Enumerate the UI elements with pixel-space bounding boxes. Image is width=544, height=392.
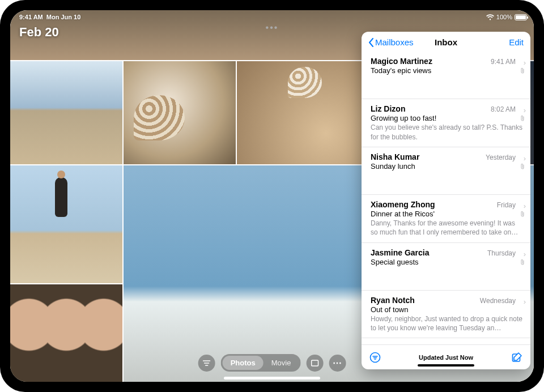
movie-mode-button[interactable]: Movie [264,356,299,370]
view-mode-segment: Photos Movie [221,354,301,372]
filter-mail-button[interactable] [369,352,381,363]
mail-row[interactable]: Po-Chun Yeh5/29/24Lunch call? › [362,338,530,344]
chevron-right-icon: › [524,58,526,67]
edit-button[interactable]: Edit [509,37,524,47]
mail-subject: Out of town [371,305,524,314]
attachment-icon [520,163,525,170]
mail-time: Wednesday [480,297,516,305]
chevron-right-icon: › [524,297,526,306]
mail-preview: Can you believe she's already so tall? P… [371,123,524,141]
attachment-icon [520,67,525,74]
mail-subject: Sunday lunch [371,162,524,171]
more-button[interactable]: ⋯ [329,355,346,372]
status-date: Mon Jun 10 [46,14,81,20]
photo-thumbnail[interactable] [124,61,236,164]
wifi-icon [486,14,494,20]
attachment-icon [520,115,525,122]
mail-sender: Jasmine Garcia [371,248,430,257]
mail-preview: Danny, Thanks for the awesome evening! I… [371,219,524,237]
multitask-indicator-icon[interactable]: ••• [266,23,279,33]
back-button[interactable]: Mailboxes [368,37,414,47]
mail-list[interactable]: Magico Martinez9:41 AMToday's epic views… [362,52,530,344]
mail-subject: Today's epic views [371,66,524,75]
mail-preview [371,171,524,189]
mail-time: 8:02 AM [491,105,516,113]
mail-row[interactable]: Nisha KumarYesterdaySunday lunch › [362,147,530,195]
ipad-frame: 9:41 AM Mon Jun 10 100% [0,0,544,392]
mail-subject: Special guests [371,258,524,266]
mail-sender: Liz Dizon [371,104,405,113]
home-indicator[interactable] [224,377,320,380]
photo-thumbnail[interactable] [10,61,122,164]
mail-time: Yesterday [486,154,516,161]
chevron-right-icon: › [524,250,526,258]
attachment-icon [520,259,525,266]
mail-status-text: Updated Just Now [419,354,473,361]
chevron-right-icon: › [524,154,526,163]
mail-row[interactable]: Xiaomeng ZhongFridayDinner at the Ricos'… [362,195,530,242]
mail-nav-bar: Mailboxes Inbox Edit [362,32,530,52]
aspect-button[interactable] [306,355,323,372]
slideover-home-indicator[interactable] [418,364,474,367]
photos-date-title: Feb 20 [19,25,59,40]
mail-preview: Howdy, neighbor, Just wanted to drop a q… [371,314,524,333]
photo-thumbnail[interactable] [10,165,122,283]
mail-subject: Growing up too fast! [371,114,524,122]
chevron-left-icon [368,38,374,47]
battery-icon [515,14,527,20]
mail-time: Thursday [487,249,516,257]
photos-mode-button[interactable]: Photos [223,356,264,370]
status-bar: 9:41 AM Mon Jun 10 100% [10,10,534,22]
battery-percent: 100% [496,14,512,20]
back-label: Mailboxes [375,37,414,47]
filter-button[interactable] [198,355,215,372]
mail-sender: Nisha Kumar [371,152,419,161]
mail-row[interactable]: Liz Dizon8:02 AMGrowing up too fast!Can … [362,99,530,147]
chevron-right-icon: › [524,202,526,210]
mail-row[interactable]: Ryan NotchWednesdayOut of townHowdy, nei… [362,291,530,338]
mail-time: 9:41 AM [491,58,516,66]
mail-sender: Magico Martinez [371,57,432,66]
mail-slideover[interactable]: ••• Mailboxes Inbox Edit Magico Martinez… [362,32,530,369]
status-time: 9:41 AM [19,14,43,20]
screen: 9:41 AM Mon Jun 10 100% [10,10,534,382]
attachment-icon [520,211,525,218]
mail-subject: Dinner at the Ricos' [371,210,524,218]
svg-rect-0 [311,360,318,366]
mail-sender: Xiaomeng Zhong [371,200,435,209]
compose-button[interactable] [511,352,522,363]
mail-row[interactable]: Magico Martinez9:41 AMToday's epic views… [362,52,530,99]
photos-toolbar: Photos Movie ⋯ [198,354,346,372]
mail-time: Friday [497,201,516,209]
mail-row[interactable]: Jasmine GarciaThursdaySpecial guests › [362,243,530,291]
mail-sender: Ryan Notch [371,296,415,305]
mail-toolbar: Updated Just Now [362,344,530,369]
mail-preview [371,267,524,285]
photo-thumbnail[interactable] [10,284,122,382]
chevron-right-icon: › [524,106,526,114]
mail-preview [371,75,524,93]
mail-title: Inbox [435,37,457,47]
